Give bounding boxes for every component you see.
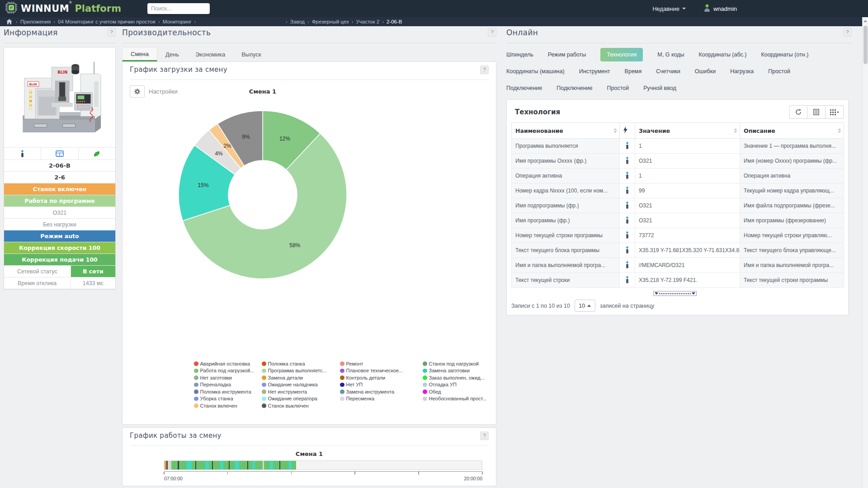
legend-item[interactable]: Контроль детали	[340, 374, 423, 381]
legend-item[interactable]: Плановое техническое...	[340, 367, 423, 375]
legend-item[interactable]: Нет заготовки	[194, 374, 262, 381]
timeline-segment	[205, 461, 209, 469]
tab-Ручной ввод[interactable]: Ручной ввод	[643, 85, 676, 91]
legend-item[interactable]: Пересменка	[340, 395, 423, 403]
legend-label: Плановое техническое...	[346, 368, 403, 373]
column-header-description[interactable]: Описание	[740, 123, 844, 139]
search-input[interactable]	[147, 3, 210, 14]
cell-info[interactable]	[620, 258, 635, 273]
legend-item[interactable]: Нет инструмента	[262, 388, 340, 395]
tab-Шпиндель[interactable]: Шпиндель	[506, 52, 533, 58]
legend-item[interactable]: Замена инструмента	[340, 388, 423, 395]
user-menu[interactable]: wnadmin	[704, 4, 737, 14]
tab-Нагрузка[interactable]: Нагрузка	[730, 68, 754, 75]
legend-item[interactable]: Нет УП	[340, 381, 423, 389]
performance-help-button[interactable]: ?	[488, 28, 496, 37]
tab-Экономика[interactable]: Экономика	[187, 47, 233, 61]
scrollbar-thumb[interactable]	[863, 26, 868, 64]
column-header-value[interactable]: Значение	[635, 123, 740, 139]
brand-logo[interactable]: WINNUM® Platform	[5, 2, 121, 15]
tab-Режим работы[interactable]: Режим работы	[548, 52, 586, 58]
cell-info[interactable]	[620, 228, 635, 243]
home-icon[interactable]	[6, 19, 12, 24]
status-value: 1433 мс	[71, 277, 115, 289]
legend-item[interactable]: Переналадка	[194, 381, 262, 389]
breadcrumb-item[interactable]: Приложения	[20, 19, 51, 24]
tab-Координаты (машина)[interactable]: Координаты (машина)	[506, 68, 565, 75]
shift-load-donut-chart[interactable]: 12%58%15%4%2%9%	[123, 91, 497, 281]
cell-info[interactable]	[620, 273, 635, 288]
tab-Подключение[interactable]: Подключение	[557, 85, 592, 91]
machine-panel-button[interactable]	[41, 148, 78, 160]
columns-button[interactable]	[826, 105, 844, 119]
recent-menu[interactable]: Недавние	[652, 5, 686, 12]
legend-item[interactable]: Замена детали	[262, 374, 340, 381]
online-help-button[interactable]: ?	[843, 28, 852, 37]
breadcrumb-item[interactable]: Фрезерный цех	[312, 19, 349, 24]
page-size-select[interactable]: 10	[575, 300, 595, 312]
tab-Подключение[interactable]: Подключение	[506, 85, 542, 91]
svg-text:BLIN: BLIN	[57, 70, 67, 75]
breadcrumb-item[interactable]: 2-06-В	[387, 19, 402, 24]
column-header-name[interactable]: Наименование	[512, 123, 620, 139]
cell-info[interactable]	[620, 154, 635, 169]
table-row: Имя подпрограммы (фр.)O321Имя файла подп…	[512, 198, 844, 213]
shift-work-timeline[interactable]	[164, 460, 482, 470]
legend-item[interactable]: Станок включен	[194, 402, 262, 409]
tab-Простой[interactable]: Простой	[607, 85, 629, 91]
tab-M, G коды[interactable]: M, G коды	[657, 52, 684, 58]
legend-item[interactable]: Необоснованный прост...	[423, 395, 497, 403]
refresh-button[interactable]	[789, 105, 807, 119]
legend-item[interactable]: Заказ выполнен, ожид...	[423, 374, 497, 381]
legend-item[interactable]: Ремонт	[340, 360, 423, 367]
svg-text:BLIN: BLIN	[29, 82, 37, 86]
legend-item[interactable]: Программа выполняетс...	[262, 367, 340, 375]
breadcrumb-item[interactable]: Участок 2	[356, 19, 380, 24]
tab-Ошибки[interactable]: Ошибки	[695, 68, 716, 75]
tab-Смена[interactable]: Смена	[122, 47, 157, 61]
legend-item[interactable]: Поломка инструмента	[194, 388, 262, 395]
legend-item[interactable]: Уборка станка	[194, 395, 262, 403]
legend-item[interactable]: Аварийная остановка	[194, 360, 262, 367]
breadcrumb-item[interactable]: Завод	[290, 19, 305, 24]
tab-Время[interactable]: Время	[625, 68, 642, 75]
breadcrumb-item[interactable]: Мониторинг	[163, 19, 192, 24]
cell-info[interactable]	[620, 243, 635, 258]
cell-info[interactable]	[620, 198, 635, 213]
tab-Координаты (отн.)[interactable]: Координаты (отн.)	[761, 52, 808, 58]
tab-Инструмент[interactable]: Инструмент	[579, 68, 610, 75]
table-horizontal-scrollbar[interactable]	[653, 291, 697, 296]
tab-Счетчики[interactable]: Счетчики	[656, 68, 680, 75]
legend-label: Нет инструмента	[268, 389, 307, 394]
tab-Координаты (абс.)[interactable]: Координаты (абс.)	[698, 52, 746, 58]
legend-dot	[194, 375, 198, 380]
breadcrumb-item[interactable]: 04 Мониторинг с учетом причин простоя	[58, 19, 156, 24]
tab-Простой[interactable]: Простой	[768, 68, 790, 75]
machine-eco-button[interactable]	[78, 148, 115, 160]
legend-item[interactable]: Ожидание оператора	[262, 395, 340, 403]
load-chart-help-button[interactable]: ?	[480, 66, 489, 74]
table-view-button[interactable]	[807, 105, 826, 119]
legend-item[interactable]: Замена заготовки	[423, 367, 497, 375]
tab-День[interactable]: День	[157, 47, 187, 61]
cell-info[interactable]	[620, 213, 635, 228]
legend-item[interactable]: Отладка УП	[423, 381, 497, 389]
cell-info[interactable]	[620, 183, 635, 198]
info-help-button[interactable]: ?	[107, 28, 116, 37]
legend-item[interactable]: Ожидание наладчика	[262, 381, 340, 389]
legend-item[interactable]: Работа под нагрузкой...	[194, 367, 262, 375]
tab-Технология[interactable]: Технология	[600, 48, 643, 61]
cell-info[interactable]	[620, 139, 635, 154]
legend-item[interactable]: Станок выключен	[262, 402, 340, 409]
axis-tick	[164, 472, 165, 474]
tab-Выпуск[interactable]: Выпуск	[233, 47, 269, 61]
page-scrollbar[interactable]	[862, 17, 868, 488]
cell-info[interactable]	[620, 169, 635, 183]
machine-info-button[interactable]	[4, 148, 41, 160]
cell-description: Текст текущей строки программы	[740, 273, 844, 288]
legend-item[interactable]: Обед	[423, 388, 497, 395]
cell-value: X35.218 Y-72.199 F421.	[635, 273, 740, 288]
legend-item[interactable]: Станок под нагрузкой	[423, 360, 497, 367]
legend-item[interactable]: Поломка станка	[262, 360, 340, 367]
work-chart-help-button[interactable]: ?	[480, 432, 489, 440]
